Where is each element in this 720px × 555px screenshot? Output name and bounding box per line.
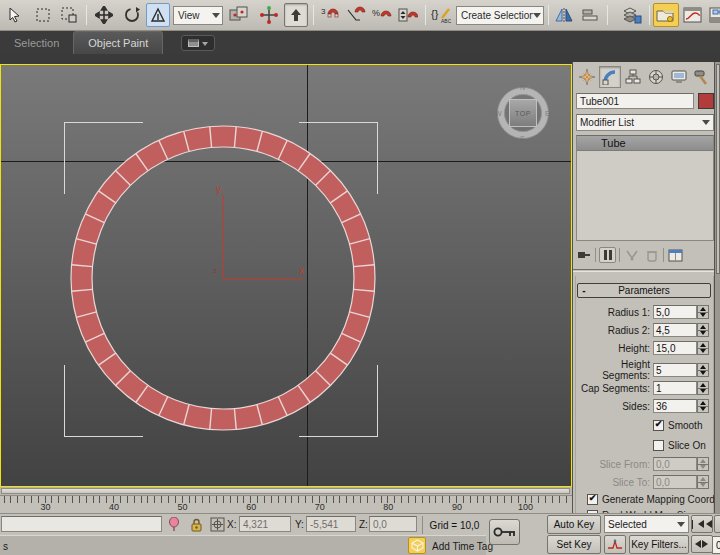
- cap-segments-field[interactable]: 1: [653, 381, 697, 395]
- axis-label-x: x: [299, 265, 304, 276]
- pin-stack-icon[interactable]: [575, 247, 592, 263]
- compass-north[interactable]: N: [520, 84, 525, 91]
- layer-manager-icon[interactable]: [620, 3, 644, 27]
- absolute-offset-mode-icon[interactable]: [208, 516, 226, 533]
- curve-editor-icon[interactable]: [681, 3, 705, 27]
- set-keys-button[interactable]: [489, 519, 520, 545]
- keyboard-shortcut-override-icon[interactable]: [284, 3, 308, 27]
- scrollbar-thumb[interactable]: [716, 64, 720, 274]
- x-coordinate-field[interactable]: 4,321: [239, 516, 291, 532]
- slice-on-checkbox[interactable]: [653, 440, 664, 451]
- configure-modifier-sets-icon[interactable]: [667, 247, 684, 263]
- current-frame-field[interactable]: 0: [712, 536, 720, 554]
- key-filters-button[interactable]: Key Filters...: [629, 535, 689, 554]
- stack-separator: [663, 248, 664, 262]
- utilities-tab-icon[interactable]: [691, 66, 713, 88]
- selection-bracket-bottom-left: [64, 365, 143, 437]
- smooth-checkbox[interactable]: ✔: [653, 420, 664, 431]
- height-spinner[interactable]: [697, 341, 709, 355]
- stack-row-tube[interactable]: Tube: [577, 136, 713, 151]
- compass-east[interactable]: E: [545, 110, 550, 117]
- height-field[interactable]: 15,0: [653, 341, 697, 355]
- auto-key-button[interactable]: Auto Key: [547, 515, 601, 534]
- height-segments-spinner[interactable]: [697, 363, 709, 377]
- scene-explorer-icon[interactable]: [653, 3, 679, 27]
- sides-spinner[interactable]: [697, 399, 709, 413]
- selection-lock-icon[interactable]: [187, 516, 205, 533]
- object-name-field[interactable]: Tube001: [576, 93, 694, 109]
- object-color-swatch[interactable]: [698, 93, 714, 109]
- height-segments-field[interactable]: 5: [653, 363, 697, 377]
- select-object-icon[interactable]: [3, 3, 27, 27]
- viewcube-top-face[interactable]: TOP: [509, 99, 537, 127]
- toolbar-separator: [548, 5, 549, 25]
- compass-south[interactable]: S: [520, 135, 525, 142]
- key-mode-toggle-button[interactable]: [691, 535, 713, 553]
- generate-mapping-checkbox[interactable]: ✔: [587, 494, 598, 505]
- show-end-result-icon[interactable]: [599, 247, 616, 263]
- chevron-down-icon: [212, 13, 220, 22]
- set-key-button[interactable]: Set Key: [547, 535, 601, 554]
- isolate-cube-icon[interactable]: [408, 537, 426, 554]
- radius1-field[interactable]: 5,0: [653, 305, 697, 319]
- make-unique-icon[interactable]: [623, 247, 640, 263]
- spinner-snap-icon[interactable]: [396, 3, 420, 27]
- mirror-icon[interactable]: [552, 3, 576, 27]
- communicate-pin-icon[interactable]: [165, 516, 183, 533]
- viewport-top[interactable]: y x z N E S W TOP: [0, 64, 572, 487]
- param-row-slice-to: Slice To: 0,0: [573, 474, 715, 490]
- key-mode-dropdown[interactable]: Selected: [604, 515, 689, 533]
- sides-field[interactable]: 36: [653, 399, 697, 413]
- percent-snap-icon[interactable]: %: [370, 3, 394, 27]
- window-crossing-icon[interactable]: [57, 3, 81, 27]
- snaps-toggle-icon[interactable]: 3: [318, 3, 342, 27]
- remove-modifier-icon[interactable]: [643, 247, 660, 263]
- create-tab-icon[interactable]: [576, 66, 598, 88]
- tab-object-paint[interactable]: Object Paint: [73, 31, 163, 54]
- edit-named-selection-sets-icon[interactable]: {}ABC: [429, 3, 453, 27]
- select-and-rotate-icon[interactable]: [120, 3, 144, 27]
- param-row-radius1: Radius 1: 5,0: [573, 304, 715, 320]
- panel-scrollbar[interactable]: [714, 62, 720, 513]
- radius1-spinner[interactable]: [697, 305, 709, 319]
- previous-frame-button[interactable]: [714, 515, 720, 533]
- viewcube[interactable]: N E S W TOP: [495, 85, 551, 141]
- motion-tab-icon[interactable]: [645, 66, 667, 88]
- rectangular-selection-icon[interactable]: [31, 3, 55, 27]
- create-selection-set-dropdown[interactable]: Create Selection Se: [456, 6, 544, 25]
- reference-coordsys-dropdown[interactable]: View: [173, 6, 223, 25]
- schematic-view-icon[interactable]: [707, 3, 720, 27]
- param-row-cap-segments: Cap Segments: 1: [573, 380, 715, 396]
- radius2-field[interactable]: 4,5: [653, 323, 697, 337]
- add-time-tag-label[interactable]: Add Time Tag: [432, 541, 493, 552]
- radius2-spinner[interactable]: [697, 323, 709, 337]
- collapse-icon[interactable]: -: [578, 285, 590, 296]
- cap-segments-spinner[interactable]: [697, 381, 709, 395]
- select-and-move-icon[interactable]: [92, 3, 116, 27]
- status-bar: X: 4,321 Y: -5,541 Z: 0,0 Grid = 10,0 s …: [0, 513, 720, 555]
- use-pivot-point-center-icon[interactable]: [227, 3, 251, 27]
- timeline-ruler[interactable]: 30405060708090100: [0, 495, 572, 513]
- z-coordinate-field[interactable]: 0,0: [369, 516, 417, 532]
- time-slider[interactable]: [1, 488, 570, 494]
- ruler-label: 90: [444, 502, 470, 512]
- maxscript-mini-listener[interactable]: [1, 516, 162, 532]
- display-tab-icon[interactable]: [668, 66, 690, 88]
- select-and-scale-icon[interactable]: [146, 3, 170, 27]
- align-icon[interactable]: [578, 3, 602, 27]
- compass-west[interactable]: W: [495, 110, 502, 117]
- y-coordinate-field[interactable]: -5,541: [306, 516, 356, 532]
- ribbon-minimize-dropdown[interactable]: [181, 35, 215, 51]
- hierarchy-tab-icon[interactable]: [622, 66, 644, 88]
- parameters-rollout-header[interactable]: - Parameters: [577, 283, 711, 298]
- tab-selection[interactable]: Selection: [0, 31, 73, 54]
- default-in-out-tangent-icon[interactable]: [604, 535, 626, 554]
- main-toolbar: View 3 % {}ABC Create Selection Se: [0, 0, 720, 31]
- ruler-label: 80: [375, 502, 401, 512]
- select-and-manipulate-icon[interactable]: [257, 3, 281, 27]
- selection-bracket-bottom-right: [299, 365, 378, 437]
- angle-snap-icon[interactable]: [344, 3, 368, 27]
- go-to-start-button[interactable]: [691, 515, 713, 533]
- modify-tab-icon[interactable]: [599, 66, 621, 88]
- modifier-list-dropdown[interactable]: Modifier List: [576, 114, 714, 131]
